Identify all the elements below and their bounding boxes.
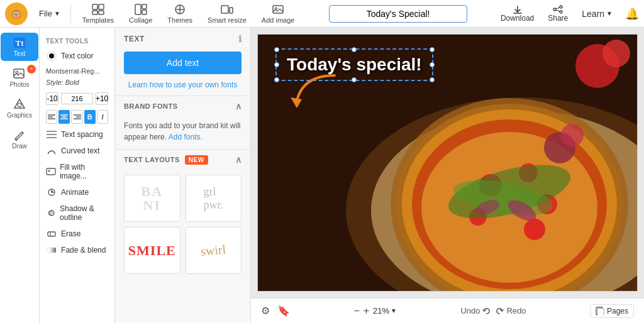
new-badge: NEW (185, 155, 208, 165)
font-size-increase[interactable]: +10 (96, 92, 108, 105)
pages-label: Pages (607, 307, 628, 315)
canvas-title-input[interactable] (329, 5, 467, 23)
nav-smart-resize[interactable]: Smart resize (201, 3, 253, 25)
align-center-button[interactable] (58, 110, 70, 124)
svg-point-15 (560, 6, 562, 8)
handle-middle-left[interactable] (274, 62, 279, 67)
handle-middle-right[interactable] (430, 62, 435, 67)
font-style-row[interactable]: Style: Bold (40, 77, 114, 90)
top-nav: 🐵 File ▼ Templates Collage Themes (0, 0, 644, 28)
layout-smile-text: SMILE (128, 243, 176, 259)
logo[interactable]: 🐵 (5, 3, 28, 25)
handle-top-right[interactable] (430, 47, 435, 52)
add-fonts-link[interactable]: Add fonts. (169, 133, 203, 141)
svg-point-20 (16, 71, 18, 74)
svg-rect-12 (273, 6, 283, 13)
pages-icon (596, 307, 604, 315)
fill-image-label: Fill with image... (60, 163, 108, 180)
layout-card-ba-ni[interactable]: BANI (124, 175, 180, 222)
zoom-out-button[interactable]: − (353, 305, 359, 317)
bottom-bar: ⚙ 🔖 − + 21% ▼ Undo Redo (251, 298, 644, 323)
file-label: File (39, 9, 52, 18)
curved-text-tool[interactable]: Curved text (40, 143, 114, 159)
share-button[interactable]: Share (543, 4, 573, 24)
svg-point-63 (602, 40, 630, 67)
svg-rect-66 (597, 309, 604, 315)
shadow-tool[interactable]: Shadow & outline (40, 200, 114, 226)
sidebar-item-photos[interactable]: Photos + (1, 63, 38, 92)
nav-templates[interactable]: Templates (76, 3, 120, 25)
learn-button[interactable]: Learn ▼ (577, 6, 618, 21)
zoom-value[interactable]: 21% ▼ (373, 306, 397, 315)
svg-point-14 (553, 8, 556, 11)
italic-button[interactable]: I (97, 110, 108, 124)
text-spacing-label: Text spacing (61, 130, 103, 139)
settings-icon[interactable]: ⚙ (261, 305, 270, 317)
main-layout: Tt Text Photos + Graphics (0, 28, 644, 323)
animate-tool[interactable]: Animate (40, 184, 114, 200)
nav-collage[interactable]: Collage (123, 3, 158, 25)
themes-label: Themes (167, 16, 192, 24)
add-image-icon (272, 4, 284, 15)
templates-icon (92, 4, 104, 15)
templates-label: Templates (82, 16, 114, 24)
bold-button[interactable]: B (84, 110, 96, 124)
fill-image-tool[interactable]: Fill with image... (40, 159, 114, 184)
fade-blend-tool[interactable]: Fade & blend (40, 242, 114, 258)
align-right-button[interactable] (71, 110, 82, 124)
share-label: Share (548, 14, 568, 23)
layout-card-girl-pwr[interactable]: grlpwr. (186, 175, 242, 222)
learn-fonts-link[interactable]: Learn how to use your own fonts (115, 78, 250, 96)
pages-button[interactable]: Pages (590, 304, 634, 318)
brand-fonts-header[interactable]: BRAND FONTS ∧ (115, 96, 250, 116)
svg-rect-10 (221, 6, 228, 13)
right-actions: Download Share Learn ▼ 🔔 (496, 4, 639, 24)
handle-bottom-left[interactable] (274, 77, 279, 82)
download-button[interactable]: Download (496, 4, 539, 24)
font-size-value[interactable]: 216 (61, 93, 93, 104)
redo-button[interactable]: Redo (495, 306, 526, 315)
svg-point-38 (48, 170, 50, 172)
learn-label: Learn (582, 9, 604, 19)
text-layouts-title: TEXT LAYOUTS (124, 156, 180, 163)
bookmark-icon[interactable]: 🔖 (277, 305, 290, 317)
nav-divider (70, 4, 71, 23)
layout-card-swirl[interactable]: swirl (186, 227, 242, 274)
info-icon[interactable]: ℹ (238, 34, 242, 44)
font-name-row[interactable]: Montserrat-Reg... (40, 65, 114, 77)
photos-icon (13, 67, 26, 80)
zoom-in-button[interactable]: + (364, 305, 369, 317)
file-menu[interactable]: File ▼ (34, 6, 65, 21)
svg-rect-7 (142, 4, 147, 9)
text-section-title: TEXT (124, 35, 145, 43)
align-left-button[interactable] (46, 110, 57, 124)
erase-tool[interactable]: Erase (40, 226, 114, 242)
nav-add-image[interactable]: Add image (255, 3, 301, 25)
text-overlay[interactable]: Today's special! (275, 48, 433, 81)
photos-label: Photos (9, 81, 29, 88)
layout-card-smile[interactable]: SMILE (124, 227, 180, 274)
nav-themes[interactable]: Themes (161, 3, 199, 25)
handle-top-center[interactable] (352, 47, 357, 52)
text-layouts-header[interactable]: TEXT LAYOUTS NEW ∧ (115, 149, 250, 170)
svg-text:🐵: 🐵 (10, 8, 23, 20)
sidebar-item-graphics[interactable]: Graphics (1, 94, 38, 123)
sidebar-item-draw[interactable]: Draw (1, 125, 38, 153)
graphics-icon (13, 98, 26, 111)
svg-point-16 (560, 11, 562, 13)
brand-fonts-content: Fonts you add to your brand kit will app… (115, 116, 250, 149)
undo-button[interactable]: Undo (460, 306, 491, 315)
handle-bottom-right[interactable] (430, 77, 435, 82)
canvas[interactable]: Today's special! (257, 34, 638, 292)
sidebar-draw-label: Draw (12, 143, 26, 150)
shadow-label: Shadow & outline (60, 204, 108, 222)
notifications-bell-icon[interactable]: 🔔 (625, 7, 639, 21)
add-text-button[interactable]: Add text (124, 52, 242, 74)
text-spacing-tool[interactable]: Text spacing (40, 126, 114, 143)
font-size-decrease[interactable]: -10 (46, 92, 58, 105)
left-tools-panel: TEXT TOOLS Text color Montserrat-Reg... … (40, 28, 115, 323)
brand-fonts-chevron-icon: ∧ (235, 101, 242, 111)
sidebar-item-text[interactable]: Tt Text (1, 33, 38, 61)
text-color-tool[interactable]: Text color (40, 47, 114, 65)
handle-top-left[interactable] (274, 47, 279, 52)
